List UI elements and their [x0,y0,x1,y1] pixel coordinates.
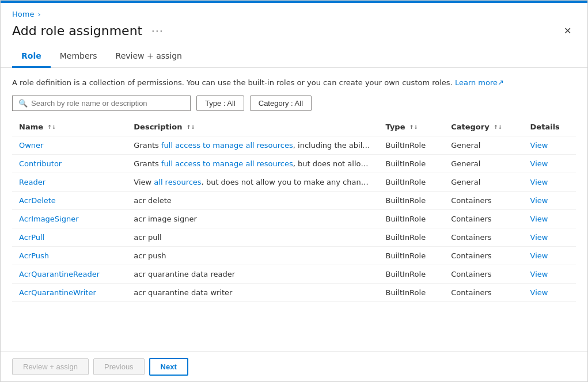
close-button[interactable]: ✕ [559,23,576,39]
cell-type: BuiltInRole [379,246,445,265]
sort-icon-type: ↑↓ [409,125,418,130]
view-link[interactable]: View [530,270,548,278]
view-link[interactable]: View [530,141,548,150]
cell-category: Containers [444,265,523,283]
next-button[interactable]: Next [149,358,188,376]
cell-category: Containers [444,246,523,265]
col-header-name[interactable]: Name ↑↓ [12,118,127,136]
tabs-row: Role Members Review + assign [1,45,587,68]
tab-role[interactable]: Role [12,45,51,68]
cell-details: View [523,283,576,301]
cell-type: BuiltInRole [379,136,445,154]
role-table: Name ↑↓ Description ↑↓ Type ↑↓ Categor [12,118,576,302]
cell-name: AcrQuarantineWriter [12,283,127,301]
cell-details: View [523,191,576,209]
cell-category: Containers [444,228,523,246]
cell-name: AcrPull [12,228,127,246]
sort-icon-category: ↑↓ [494,125,502,130]
view-link[interactable]: View [530,215,548,223]
table-row: AcrPushacr pushBuiltInRoleContainersView [12,246,576,265]
table-row: OwnerGrants full access to manage all re… [12,136,576,154]
col-header-type[interactable]: Type ↑↓ [379,118,445,136]
tab-members[interactable]: Members [51,45,107,68]
tab-review-assign[interactable]: Review + assign [107,45,191,68]
cell-name: Owner [12,136,127,154]
table-row: AcrQuarantineReaderacr quarantine data r… [12,265,576,283]
cell-details: View [523,136,576,154]
view-link[interactable]: View [530,251,548,260]
view-link[interactable]: View [530,233,548,242]
cell-category: Containers [444,191,523,209]
previous-button[interactable]: Previous [93,358,145,375]
table-row: ReaderView all resources, but does not a… [12,173,576,191]
cell-type: BuiltInRole [379,228,445,246]
cell-type: BuiltInRole [379,173,445,191]
cell-category: General [444,173,523,191]
cell-description: acr quarantine data writer [127,283,378,301]
cell-type: BuiltInRole [379,283,445,301]
search-box[interactable]: 🔍 [12,96,191,111]
page-title: Add role assignment [12,24,142,38]
breadcrumb-chevron: › [37,10,40,18]
cell-name: AcrDelete [12,191,127,209]
learn-more-link[interactable]: Learn more↗ [455,78,504,87]
search-icon: 🔍 [18,99,28,108]
view-link[interactable]: View [530,288,548,297]
cell-details: View [523,209,576,228]
cell-details: View [523,228,576,246]
description-text: A role definition is a collection of per… [12,78,453,87]
table-row: AcrImageSigneracr image signerBuiltInRol… [12,209,576,228]
cell-name: AcrQuarantineReader [12,265,127,283]
search-input[interactable] [31,99,184,108]
table-header-row: Name ↑↓ Description ↑↓ Type ↑↓ Categor [12,118,576,136]
sort-icon-name: ↑↓ [48,125,56,130]
cell-type: BuiltInRole [379,154,445,173]
cell-type: BuiltInRole [379,191,445,209]
header: Add role assignment ··· ✕ [1,21,587,45]
cell-category: General [444,154,523,173]
ellipsis-button[interactable]: ··· [148,24,167,38]
category-filter-button[interactable]: Category : All [250,96,312,111]
cell-description: View all resources, but does not allow y… [127,173,378,191]
col-header-description[interactable]: Description ↑↓ [127,118,378,136]
table-row: AcrQuarantineWriteracr quarantine data w… [12,283,576,301]
col-header-category[interactable]: Category ↑↓ [444,118,523,136]
view-link[interactable]: View [530,196,548,205]
content-area: A role definition is a collection of per… [1,68,587,352]
cell-description: Grants full access to manage all resourc… [127,154,378,173]
cell-category: General [444,136,523,154]
cell-type: BuiltInRole [379,209,445,228]
breadcrumb: Home › [1,3,587,21]
cell-details: View [523,246,576,265]
filters-row: 🔍 Type : All Category : All [12,96,576,111]
sort-icon-description: ↑↓ [187,125,195,130]
cell-name: AcrPush [12,246,127,265]
cell-description: acr push [127,246,378,265]
col-header-details: Details [523,118,576,136]
cell-description: Grants full access to manage all resourc… [127,136,378,154]
cell-details: View [523,173,576,191]
table-row: ContributorGrants full access to manage … [12,154,576,173]
cell-category: Containers [444,283,523,301]
cell-details: View [523,265,576,283]
type-filter-button[interactable]: Type : All [196,96,244,111]
table-row: AcrDeleteacr deleteBuiltInRoleContainers… [12,191,576,209]
view-link[interactable]: View [530,159,548,168]
breadcrumb-home[interactable]: Home [12,10,34,18]
cell-type: BuiltInRole [379,265,445,283]
review-assign-button[interactable]: Review + assign [12,358,89,375]
cell-details: View [523,154,576,173]
table-row: AcrPullacr pullBuiltInRoleContainersView [12,228,576,246]
role-table-container: Name ↑↓ Description ↑↓ Type ↑↓ Categor [12,118,576,343]
cell-category: Containers [444,209,523,228]
cell-description: acr image signer [127,209,378,228]
cell-description: acr quarantine data reader [127,265,378,283]
cell-description: acr delete [127,191,378,209]
cell-name: AcrImageSigner [12,209,127,228]
cell-name: Contributor [12,154,127,173]
footer: Review + assign Previous Next [1,352,587,381]
view-link[interactable]: View [530,178,548,186]
cell-name: Reader [12,173,127,191]
main-window: Home › Add role assignment ··· ✕ Role Me… [0,0,588,382]
cell-description: acr pull [127,228,378,246]
